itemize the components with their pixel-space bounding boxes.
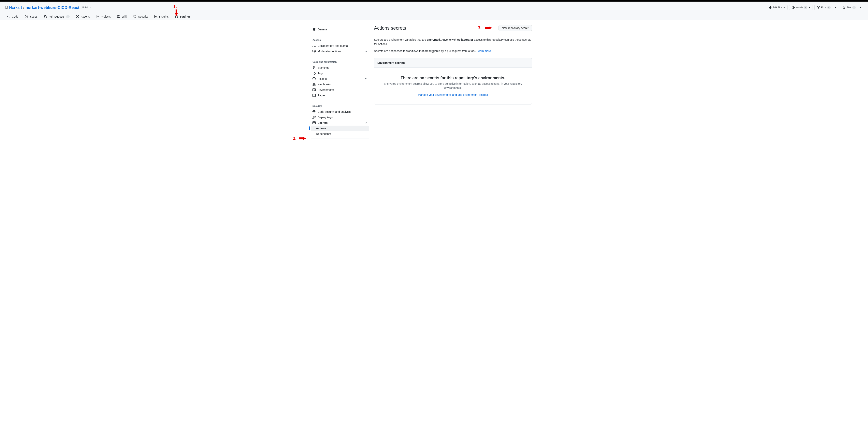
sidebar-item-general[interactable]: General: [311, 27, 369, 32]
empty-state-heading: There are no secrets for this repository…: [380, 76, 525, 80]
sidebar-item-label: General: [318, 28, 328, 31]
sidebar-item-label: Branches: [318, 66, 329, 69]
sidebar-item-label: Dependabot: [316, 132, 331, 136]
tab-wiki[interactable]: Wiki: [115, 13, 129, 20]
tab-settings[interactable]: Settings: [173, 13, 193, 20]
book-icon: [117, 15, 120, 18]
sidebar-subitem-secrets-actions[interactable]: Actions: [311, 125, 369, 131]
repo-tabs: Code Issues Pull requests 1 Actions Proj…: [5, 13, 863, 20]
sidebar-item-pages[interactable]: Pages: [311, 93, 369, 98]
sidebar-item-webhooks[interactable]: Webhooks: [311, 82, 369, 87]
watch-count: 3: [804, 6, 807, 9]
sidebar-item-actions[interactable]: Actions: [311, 76, 369, 82]
repo-name-link[interactable]: norkart-webkurs-CICD-React: [26, 5, 79, 10]
tab-projects-label: Projects: [101, 15, 111, 18]
sidebar-item-label: Environments: [318, 88, 335, 91]
annotation-2: 2.: [293, 136, 306, 141]
sidebar-item-label: Collaborators and teams: [318, 44, 348, 47]
sidebar-item-label: Webhooks: [318, 83, 331, 86]
description-2: Secrets are not passed to workflows that…: [374, 49, 532, 53]
sidebar-item-deploy-keys[interactable]: Deploy keys: [311, 115, 369, 120]
breadcrumb-sep: /: [23, 5, 25, 10]
comment-discussion-icon: [312, 50, 316, 53]
server-icon: [312, 88, 316, 91]
tab-issues-label: Issues: [29, 15, 37, 18]
sidebar-item-secrets[interactable]: Secrets: [311, 120, 369, 125]
repo-title-row: Norkart / norkart-webkurs-CICD-React Pub…: [5, 5, 863, 10]
sidebar-item-moderation[interactable]: Moderation options: [311, 49, 369, 54]
caret-down-icon: [860, 7, 862, 8]
empty-state-text: Encrypted environment secrets allow you …: [380, 82, 525, 90]
caret-down-icon: [783, 7, 785, 8]
chevron-down-icon: [365, 50, 368, 53]
sidebar-subitem-secrets-dependabot[interactable]: Dependabot: [311, 131, 369, 137]
sidebar-heading-security: Security: [311, 102, 369, 109]
black-top-bar: [0, 0, 868, 2]
sidebar-item-collaborators[interactable]: Collaborators and teams: [311, 43, 369, 49]
star-button[interactable]: Star 1: [840, 5, 858, 10]
chevron-up-icon: [365, 121, 368, 124]
repo-icon: [5, 6, 8, 9]
pulls-count: 1: [66, 15, 70, 18]
learn-more-link[interactable]: Learn more.: [477, 49, 492, 53]
owner-link[interactable]: Norkart: [9, 5, 22, 10]
edit-pins-button[interactable]: Edit Pins: [766, 5, 787, 10]
issues-icon: [25, 15, 28, 18]
sidebar-item-code-security[interactable]: Code security and analysis: [311, 109, 369, 115]
key-icon: [312, 116, 316, 119]
gear-icon: [175, 15, 178, 18]
tab-security[interactable]: Security: [131, 13, 151, 20]
watch-button[interactable]: Watch 3: [789, 5, 813, 10]
projects-icon: [96, 15, 99, 18]
tab-pulls[interactable]: Pull requests 1: [41, 13, 72, 20]
pull-request-icon: [44, 15, 47, 18]
tab-insights[interactable]: Insights: [152, 13, 171, 20]
chevron-down-icon: [365, 77, 368, 80]
shield-icon: [133, 15, 136, 18]
branch-icon: [312, 66, 316, 69]
sidebar-item-tags[interactable]: Tags: [311, 71, 369, 76]
page-title: Actions secrets: [374, 25, 406, 31]
settings-sidebar: General Access Collaborators and teams M…: [311, 25, 369, 138]
fork-label: Fork: [821, 6, 826, 9]
webhook-icon: [312, 83, 316, 86]
sidebar-item-label: Secrets: [318, 121, 328, 124]
sidebar-item-branches[interactable]: Branches: [311, 65, 369, 71]
sidebar-heading-access: Access: [311, 35, 369, 43]
sidebar-item-label: Moderation options: [318, 50, 341, 53]
star-icon: [842, 6, 845, 9]
tab-projects[interactable]: Projects: [94, 13, 113, 20]
sidebar-item-environments[interactable]: Environments: [311, 87, 369, 93]
tab-code-label: Code: [12, 15, 18, 18]
play-icon: [312, 77, 316, 80]
manage-environments-link[interactable]: Manage your environments and add environ…: [418, 93, 488, 96]
star-dropdown-button[interactable]: [858, 5, 863, 10]
browser-icon: [312, 94, 316, 97]
sidebar-item-label: Actions: [318, 77, 327, 80]
fork-icon: [817, 6, 820, 9]
tab-pulls-label: Pull requests: [49, 15, 64, 18]
new-repository-secret-button[interactable]: New repository secret: [498, 25, 532, 31]
tab-actions[interactable]: Actions: [73, 13, 92, 20]
tab-code[interactable]: Code: [5, 13, 21, 20]
repo-header: Norkart / norkart-webkurs-CICD-React Pub…: [0, 2, 868, 20]
box-header: Environment secrets: [374, 58, 532, 68]
sidebar-heading-code: Code and automation: [311, 57, 369, 65]
visibility-badge: Public: [81, 6, 91, 9]
tab-insights-label: Insights: [159, 15, 169, 18]
key-asterisk-icon: [312, 121, 316, 124]
sidebar-item-label: Tags: [318, 72, 323, 75]
tab-settings-label: Settings: [180, 15, 191, 18]
fork-button[interactable]: Fork 4: [814, 5, 833, 10]
play-icon: [76, 15, 79, 18]
tag-icon: [312, 72, 316, 75]
star-label: Star: [847, 6, 851, 9]
tab-issues[interactable]: Issues: [22, 13, 40, 20]
description-1: Secrets are environment variables that a…: [374, 37, 532, 47]
fork-dropdown-button[interactable]: [833, 5, 838, 10]
watch-label: Watch: [796, 6, 803, 9]
pin-icon: [769, 6, 772, 9]
sidebar-item-label: Pages: [318, 94, 326, 97]
tab-security-label: Security: [138, 15, 148, 18]
people-icon: [312, 44, 316, 47]
